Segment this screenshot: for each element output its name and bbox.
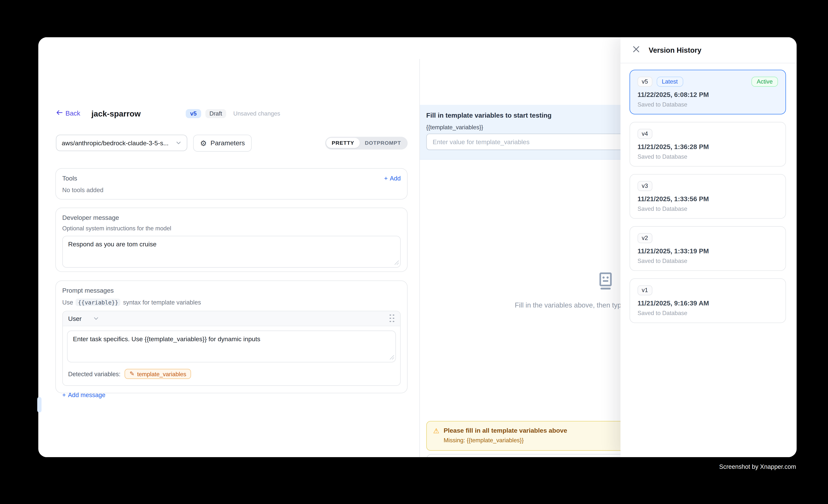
chevron-down-icon — [175, 138, 181, 148]
warning-detail: Missing: {{template_variables}} — [444, 437, 567, 444]
resize-handle-icon[interactable] — [389, 352, 394, 362]
add-message-label: Add message — [68, 392, 106, 398]
add-tool-label: Add — [390, 175, 401, 181]
version-list: v5 Latest Active 11/22/2025, 6:08:12 PM … — [620, 64, 796, 323]
active-badge: Active — [751, 77, 778, 87]
draft-badge: Draft — [205, 109, 226, 118]
tools-title: Tools — [62, 175, 77, 182]
gear-icon: ⚙ — [200, 139, 207, 146]
hint-prefix: Use — [62, 299, 73, 305]
screenshot-root: Back jack-sparrow v5 Draft Unsaved chang… — [0, 0, 828, 504]
back-label: Back — [66, 110, 80, 117]
version-status: Saved to Database — [637, 101, 778, 108]
version-card-v2[interactable]: v2 11/21/2025, 1:33:19 PM Saved to Datab… — [629, 226, 786, 271]
role-select[interactable] — [93, 314, 99, 323]
version-card-v3[interactable]: v3 11/21/2025, 1:33:56 PM Saved to Datab… — [629, 174, 786, 219]
version-number-badge: v2 — [637, 233, 652, 243]
drag-handle-icon[interactable] — [389, 314, 395, 323]
resize-handle-icon[interactable] — [394, 258, 399, 267]
tools-empty-text: No tools added — [62, 187, 401, 193]
version-status: Saved to Database — [637, 310, 778, 316]
arrow-left-icon — [56, 109, 63, 118]
version-history-panel: Version History v5 Latest Active 11/22/2… — [620, 37, 796, 457]
detected-variables-label: Detected variables: — [68, 371, 120, 377]
tools-card: Tools + Add No tools added — [55, 168, 408, 200]
add-tool-button[interactable]: + Add — [384, 175, 401, 181]
hint-suffix: syntax for template variables — [123, 299, 201, 305]
prompt-messages-title: Prompt messages — [62, 287, 401, 294]
robot-face-icon — [596, 271, 615, 293]
version-number-badge: v3 — [637, 181, 652, 191]
version-card-v1[interactable]: v1 11/21/2025, 9:16:39 AM Saved to Datab… — [629, 278, 786, 323]
app-window: Back jack-sparrow v5 Draft Unsaved chang… — [38, 37, 797, 457]
collapsed-panel-handle[interactable] — [37, 397, 42, 413]
detected-variables-row: Detected variables: ✎ template_variables — [67, 369, 396, 381]
add-message-button[interactable]: + Add message — [62, 392, 401, 398]
detected-variable-name: template_variables — [137, 371, 186, 377]
version-badge: v5 — [186, 109, 201, 118]
variable-syntax-chip: {{variable}} — [76, 298, 120, 306]
parameters-label: Parameters — [211, 139, 245, 146]
back-button[interactable]: Back — [56, 109, 80, 118]
toggle-dotprompt[interactable]: DOTPROMPT — [360, 138, 406, 148]
parameters-button[interactable]: ⚙ Parameters — [193, 134, 252, 151]
plus-icon: + — [62, 392, 66, 398]
pen-icon: ✎ — [129, 371, 134, 377]
breadcrumb: Back jack-sparrow v5 Draft Unsaved chang… — [56, 108, 280, 119]
developer-message-card: Developer message Optional system instru… — [55, 208, 408, 272]
latest-badge: Latest — [656, 77, 683, 87]
developer-message-title: Developer message — [62, 214, 401, 221]
message-body: Enter task specifics. Use {{template_var… — [63, 326, 400, 385]
version-timestamp: 11/21/2025, 1:36:28 PM — [637, 143, 778, 151]
message-content-input[interactable]: Enter task specifics. Use {{template_var… — [67, 331, 396, 363]
view-mode-toggle: PRETTY DOTPROMPT — [325, 136, 408, 149]
detected-variable-chip[interactable]: ✎ template_variables — [125, 369, 191, 379]
toggle-pretty[interactable]: PRETTY — [327, 138, 360, 148]
model-toolbar: aws/anthropic/bedrock-claude-3-5-s... ⚙ … — [56, 134, 408, 152]
message-header: User — [63, 311, 400, 326]
editor-pane: Back jack-sparrow v5 Draft Unsaved chang… — [38, 59, 419, 457]
model-select[interactable]: aws/anthropic/bedrock-claude-3-5-s... — [56, 134, 187, 151]
warning-icon: ⚠ — [433, 427, 440, 445]
role-select-value: User — [68, 315, 82, 322]
prompt-messages-card: Prompt messages Use {{variable}} syntax … — [55, 281, 408, 393]
page-title: jack-sparrow — [91, 109, 141, 118]
version-history-title: Version History — [649, 46, 701, 54]
unsaved-changes-text: Unsaved changes — [233, 110, 280, 117]
developer-message-input[interactable]: Respond as you are tom cruise — [62, 236, 401, 268]
version-status: Saved to Database — [637, 206, 778, 212]
message-block: User Enter task specifics. Use {{templat… — [62, 311, 401, 386]
developer-message-subtitle: Optional system instructions for the mod… — [62, 225, 401, 232]
watermark-text: Screenshot by Xnapper.com — [719, 464, 796, 470]
template-variable-input[interactable] — [426, 134, 650, 150]
model-select-value: aws/anthropic/bedrock-claude-3-5-s... — [62, 139, 175, 146]
version-number-badge: v4 — [637, 129, 652, 139]
version-status: Saved to Database — [637, 153, 778, 160]
version-timestamp: 11/21/2025, 1:33:56 PM — [637, 195, 778, 203]
version-card-v4[interactable]: v4 11/21/2025, 1:36:28 PM Saved to Datab… — [629, 122, 786, 167]
version-timestamp: 11/21/2025, 1:33:19 PM — [637, 248, 778, 255]
version-timestamp: 11/21/2025, 9:16:39 AM — [637, 300, 778, 307]
version-timestamp: 11/22/2025, 6:08:12 PM — [637, 91, 778, 99]
version-card-v5[interactable]: v5 Latest Active 11/22/2025, 6:08:12 PM … — [629, 70, 786, 115]
warning-title: Please fill in all template variables ab… — [444, 427, 567, 435]
version-status: Saved to Database — [637, 258, 778, 264]
close-icon[interactable] — [633, 45, 639, 55]
version-history-header: Version History — [620, 37, 796, 64]
plus-icon: + — [384, 175, 388, 181]
syntax-hint: Use {{variable}} syntax for template var… — [62, 298, 401, 306]
version-number-badge: v1 — [637, 285, 652, 295]
version-number-badge: v5 — [637, 77, 652, 87]
